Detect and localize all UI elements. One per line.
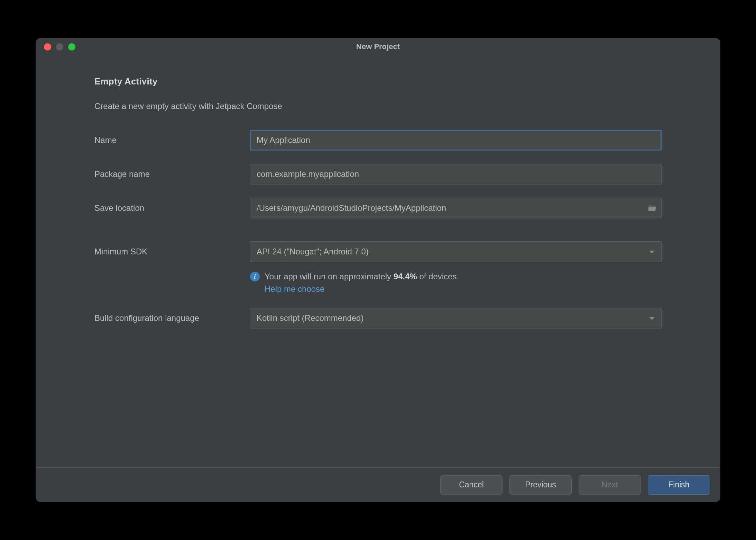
coverage-info-line: i Your app will run on approximately 94.… (250, 272, 662, 281)
chevron-down-icon (649, 313, 655, 323)
finish-button[interactable]: Finish (648, 475, 710, 495)
chevron-down-icon (649, 247, 655, 256)
package-name-input[interactable] (250, 164, 662, 184)
cancel-button[interactable]: Cancel (440, 475, 503, 495)
help-me-choose-link[interactable]: Help me choose (265, 284, 662, 294)
build-lang-select[interactable]: Kotlin script (Recommended) (250, 308, 662, 328)
traffic-lights (36, 43, 75, 51)
window-title: New Project (36, 42, 720, 51)
package-name-row: Package name (94, 164, 662, 184)
min-sdk-info: i Your app will run on approximately 94.… (250, 272, 662, 294)
close-icon[interactable] (44, 43, 51, 51)
coverage-info-text: Your app will run on approximately 94.4%… (265, 272, 459, 281)
build-lang-row: Build configuration language Kotlin scri… (94, 308, 662, 328)
next-button: Next (579, 475, 641, 495)
min-sdk-row: Minimum SDK API 24 ("Nougat"; Android 7.… (94, 241, 662, 262)
min-sdk-value: API 24 ("Nougat"; Android 7.0) (257, 247, 649, 256)
page-heading: Empty Activity (94, 76, 662, 87)
build-lang-label: Build configuration language (94, 313, 250, 323)
save-location-input[interactable] (250, 198, 662, 218)
content-area: Empty Activity Create a new empty activi… (36, 55, 720, 467)
minimize-icon[interactable] (56, 43, 63, 51)
name-input[interactable] (250, 130, 662, 151)
maximize-icon[interactable] (68, 43, 75, 51)
footer: Cancel Previous Next Finish (36, 467, 720, 502)
build-lang-value: Kotlin script (Recommended) (257, 313, 649, 323)
previous-button[interactable]: Previous (509, 475, 572, 495)
min-sdk-label: Minimum SDK (94, 247, 250, 256)
info-icon: i (250, 272, 260, 281)
page-subheading: Create a new empty activity with Jetpack… (94, 101, 662, 111)
package-name-label: Package name (94, 169, 250, 179)
save-location-label: Save location (94, 203, 250, 213)
titlebar: New Project (36, 38, 720, 55)
name-label: Name (94, 135, 250, 145)
name-row: Name (94, 130, 662, 151)
min-sdk-select[interactable]: API 24 ("Nougat"; Android 7.0) (250, 241, 662, 262)
new-project-window: New Project Empty Activity Create a new … (36, 38, 720, 502)
browse-folder-icon[interactable] (648, 204, 657, 212)
save-location-row: Save location (94, 198, 662, 218)
